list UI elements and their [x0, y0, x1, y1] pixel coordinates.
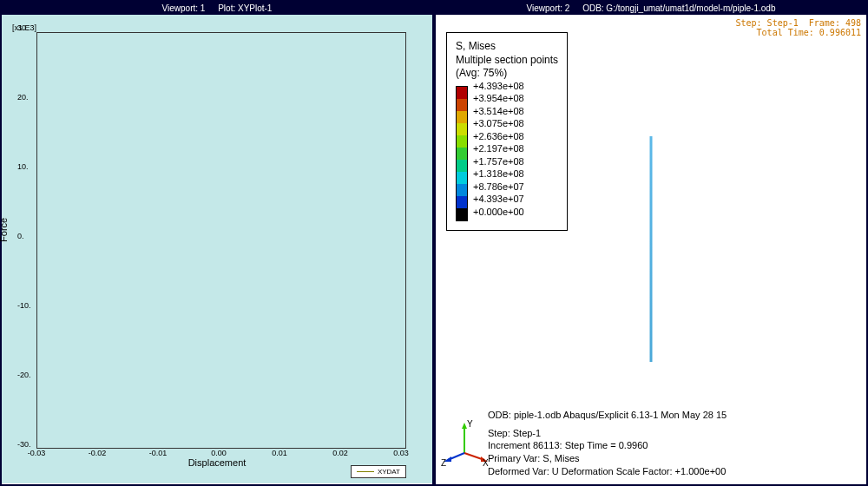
colorbar-segment: [457, 184, 467, 196]
x-tick: -0.02: [89, 449, 107, 457]
colorbar-value: +2.636e+08: [473, 130, 524, 143]
status-step: Step: Step-1: [735, 18, 798, 28]
viewport-1[interactable]: Viewport: 1 Plot: XYPlot-1 [x1.E3] Force…: [0, 0, 434, 486]
footer-increment: Increment 86113: Step Time = 0.9960: [488, 439, 727, 452]
x-tick: 0.01: [272, 449, 287, 457]
y-tick: 30.: [17, 23, 29, 32]
x-tick: 0.02: [332, 449, 348, 457]
x-tick: 0.03: [393, 449, 409, 457]
y-tick: 0.: [17, 232, 24, 240]
colorbar-value: +3.514e+08: [473, 105, 524, 118]
legend-avg: (Avg: 75%): [456, 67, 558, 81]
legend-entry: XYDAT: [378, 468, 400, 476]
y-tick: 10.: [17, 162, 29, 171]
colorbar-value: +4.393e+07: [473, 193, 524, 206]
colorbar-segment: [457, 99, 467, 111]
footer-deformed-var: Deformed Var: U Deformation Scale Factor…: [488, 465, 727, 478]
y-tick: -10.: [17, 301, 31, 310]
colorbar-value: +3.075e+08: [473, 117, 524, 130]
vp2-odb-label: ODB: G:/tongji_umat/umat1d/model-m/piple…: [582, 3, 775, 13]
xy-plot-area[interactable]: [x1.E3] Force Displacement -0.03 -0.02 -…: [2, 15, 432, 483]
colorbar-segment: [457, 87, 467, 99]
legend-title: S, Mises Multiple section points (Avg: 7…: [456, 40, 558, 81]
vp1-plot-label: Plot: XYPlot-1: [218, 3, 272, 13]
colorbar-value: +2.197e+08: [473, 142, 524, 155]
colorbar: [456, 86, 468, 221]
vp2-label: Viewport: 2: [527, 3, 570, 13]
status-frame: Frame: 498: [809, 18, 861, 28]
plot-legend[interactable]: XYDAT: [351, 465, 406, 478]
view-triad[interactable]: Y X Z: [441, 418, 489, 466]
hysteresis-curve: [36, 32, 406, 486]
colorbar-segment: [457, 148, 467, 160]
viewport-1-header: Viewport: 1 Plot: XYPlot-1: [2, 2, 432, 15]
viewport-2-header: Viewport: 2 ODB: G:/tongji_umat/umat1d/m…: [436, 2, 866, 15]
colorbar-labels: +4.393e+08+3.954e+08+3.514e+08+3.075e+08…: [473, 80, 524, 219]
footer-step: Step: Step-1: [488, 427, 727, 440]
contour-legend[interactable]: S, Mises Multiple section points (Avg: 7…: [446, 32, 568, 231]
footer-odb: ODB: piple-1.odb Abaqus/Explicit 6.13-1 …: [488, 409, 727, 422]
x-tick: -0.01: [149, 449, 168, 457]
colorbar-segment: [457, 135, 467, 148]
colorbar-value: +1.318e+08: [473, 167, 524, 181]
status-block: Step: Step-1 Frame: 498 Total Time: 0.99…: [735, 18, 861, 37]
x-tick: 0.00: [211, 449, 227, 457]
colorbar-value: +1.757e+08: [473, 155, 524, 168]
colorbar-segment: [457, 172, 467, 184]
state-block: ODB: piple-1.odb Abaqus/Explicit 6.13-1 …: [488, 409, 727, 478]
triad-y-label: Y: [467, 419, 473, 429]
colorbar-value: +8.786e+07: [473, 181, 524, 194]
colorbar-segment: [457, 208, 467, 220]
status-time: Total Time: 0.996011: [735, 28, 861, 37]
y-tick: -20.: [17, 371, 31, 379]
legend-var: S, Mises: [456, 40, 558, 54]
legend-line-icon: [357, 471, 374, 472]
y-axis-label: Force: [0, 218, 9, 242]
y-tick: -30.: [17, 440, 31, 449]
odb-view-area[interactable]: Step: Step-1 Frame: 498 Total Time: 0.99…: [436, 15, 866, 483]
chart-canvas: [36, 32, 406, 449]
colorbar-segment: [457, 196, 467, 208]
viewport-2[interactable]: Viewport: 2 ODB: G:/tongji_umat/umat1d/m…: [434, 0, 868, 486]
colorbar-value: +3.954e+08: [473, 92, 524, 105]
footer-primary-var: Primary Var: S, Mises: [488, 452, 727, 465]
legend-sub: Multiple section points: [456, 54, 558, 68]
colorbar-value: +0.000e+00: [473, 206, 524, 219]
colorbar-segment: [457, 111, 467, 123]
app-container: Viewport: 1 Plot: XYPlot-1 [x1.E3] Force…: [0, 0, 868, 486]
deformed-model[interactable]: [650, 136, 653, 362]
colorbar-value: +4.393e+08: [473, 80, 524, 93]
x-tick: -0.03: [28, 449, 46, 457]
y-tick: 20.: [17, 93, 29, 102]
colorbar-segment: [457, 160, 467, 172]
triad-z-label: Z: [441, 458, 446, 466]
vp1-label: Viewport: 1: [162, 3, 206, 13]
colorbar-segment: [457, 123, 467, 135]
